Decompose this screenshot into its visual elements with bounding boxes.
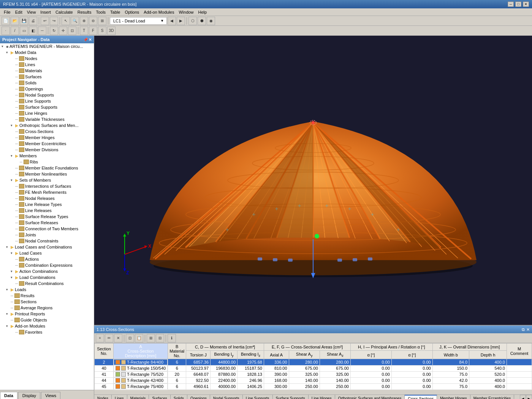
undo-btn[interactable]: ↩ xyxy=(41,17,49,25)
tree-item-line-release-types[interactable]: ─Line Release Types xyxy=(0,201,94,207)
maximize-btn[interactable]: □ xyxy=(515,2,521,7)
bottom-tab-solids[interactable]: Solids xyxy=(171,395,187,399)
bottom-tab-orthotropic-surfaces-and-membranes[interactable]: Orthotropic Surfaces and Membranes xyxy=(335,395,405,399)
panel-float-btn[interactable]: ⧉ xyxy=(522,327,525,332)
tree-item-member-eccentricities[interactable]: ─Member Eccentricities xyxy=(0,141,94,147)
tree-item-fe-mesh[interactable]: ─FE Mesh Refinements xyxy=(0,189,94,195)
panel-copy-btn[interactable]: ⊡ xyxy=(126,334,134,342)
tree-item-load-cases[interactable]: ▾▶Load Cases xyxy=(0,250,94,256)
tree-item-cross-sections[interactable]: ─Cross-Sections xyxy=(0,128,94,135)
tree-item-line-releases[interactable]: ─Line Releases xyxy=(0,207,94,214)
bottom-tab-cross-sections[interactable]: Cross-Sections xyxy=(405,395,437,399)
panel-close-btn[interactable]: ✕ xyxy=(526,327,530,332)
close-btn[interactable]: ✕ xyxy=(523,2,529,7)
zoom-out-btn[interactable]: ⊖ xyxy=(89,17,97,25)
expand-printout-reports[interactable]: ▾ xyxy=(6,312,11,316)
tree-item-actions[interactable]: ─Actions xyxy=(0,256,94,262)
tree-item-result-comb[interactable]: ─Result Combinations xyxy=(0,280,94,287)
tree-item-ribs[interactable]: ─Ribs xyxy=(0,159,94,165)
tree-item-addon-modules[interactable]: ▾▶Add-on Modules xyxy=(0,323,94,329)
expand-root[interactable]: ▾ xyxy=(2,44,6,48)
tree-item-sets-members[interactable]: ▾▶Sets of Members xyxy=(0,177,94,183)
menu-calculate[interactable]: Calculate xyxy=(53,9,75,15)
table-row[interactable]: 41T-Rectangle 75/520206648.0787880.00182… xyxy=(95,371,532,377)
bottom-tab-line-supports[interactable]: Line Supports xyxy=(243,395,273,399)
view-top-btn[interactable]: T xyxy=(80,27,88,35)
nav-tab-display[interactable]: Display xyxy=(18,392,40,399)
prev-lc-btn[interactable]: ◀ xyxy=(168,17,176,25)
minimize-btn[interactable]: ─ xyxy=(508,2,514,7)
menu-window[interactable]: Window xyxy=(176,9,196,15)
table-row[interactable]: 44T-Rectangle 42/4006922.5022400.00246.9… xyxy=(95,377,532,383)
bottom-tab-lines[interactable]: Lines xyxy=(112,395,127,399)
table-row[interactable]: 40T-Rectangle 150/540650123.97196830.001… xyxy=(95,365,532,371)
tree-item-load-cases-comb[interactable]: ▾▶Load Cases and Combinations xyxy=(0,244,94,250)
menu-options[interactable]: Options xyxy=(122,9,141,15)
rotate-btn[interactable]: ↻ xyxy=(50,27,58,35)
render-btn[interactable]: ⬡ xyxy=(188,17,197,25)
bottom-tab-nodes[interactable]: Nodes xyxy=(94,395,112,399)
tree-item-results[interactable]: ─Results xyxy=(0,293,94,299)
menu-edit[interactable]: Edit xyxy=(13,9,25,15)
expand-addon-modules[interactable]: ▾ xyxy=(6,324,11,328)
tree-item-surface-supports[interactable]: ─Surface Supports xyxy=(0,104,94,110)
tree-item-member-divisions[interactable]: ─Member Divisions xyxy=(0,147,94,153)
display-btn[interactable]: ◉ xyxy=(207,17,215,25)
new-btn[interactable]: 📄 xyxy=(2,17,10,25)
tree-item-combination-expr[interactable]: ─Combination Expressions xyxy=(0,262,94,268)
load-case-selector[interactable]: LC1 - Dead Load ▾ xyxy=(110,17,167,25)
expand-load-cases[interactable]: ▾ xyxy=(11,251,15,255)
menu-table[interactable]: Table xyxy=(108,9,122,15)
zoom-btn[interactable]: 🔍 xyxy=(71,17,79,25)
tree-item-action-comb[interactable]: ▾▶Action Combinations xyxy=(0,268,94,274)
panel-filter-btn[interactable]: ⊟ xyxy=(156,334,164,342)
move-btn[interactable]: ✛ xyxy=(59,27,67,35)
3d-viewport[interactable]: Y X Z xyxy=(94,36,532,325)
tree-item-orthotropic[interactable]: ▾▶Orthotropic Surfaces and Men... xyxy=(0,122,94,128)
menu-insert[interactable]: Insert xyxy=(38,9,53,15)
expand-load-cases-comb[interactable]: ▾ xyxy=(6,245,11,249)
copy-btn[interactable]: ⊡ xyxy=(68,27,76,35)
tree-item-favorites[interactable]: ─Favorites xyxy=(0,329,94,335)
table-container[interactable]: SectionNo. ACross-SectionDescription [mm… xyxy=(94,343,532,394)
tree-item-member-nonlin[interactable]: ─Member Nonlinearities xyxy=(0,171,94,177)
tree-item-members[interactable]: ▾▶Members xyxy=(0,153,94,159)
tree-item-line-hinges[interactable]: ─Line Hinges xyxy=(0,110,94,116)
open-btn[interactable]: 📂 xyxy=(11,17,19,25)
zoom-all-btn[interactable]: ⊞ xyxy=(98,17,106,25)
tree-item-model-data[interactable]: ▾▶Model Data xyxy=(0,49,94,55)
tree-item-solids[interactable]: ─Solids xyxy=(0,80,94,86)
node-btn[interactable]: · xyxy=(2,27,10,35)
tree-item-guide-objects[interactable]: ─Guide Objects xyxy=(0,317,94,323)
view-front-btn[interactable]: F xyxy=(89,27,97,35)
bottom-tab-nodal-supports[interactable]: Nodal Supports xyxy=(210,395,243,399)
nav-close-btn[interactable]: ✕ xyxy=(89,38,92,42)
expand-sets-members[interactable]: ▾ xyxy=(11,178,15,182)
tree-item-member-elastic[interactable]: ─Member Elastic Foundations xyxy=(0,165,94,171)
expand-members[interactable]: ▾ xyxy=(11,154,15,158)
solid-btn[interactable]: ◧ xyxy=(29,27,37,35)
nav-tab-data[interactable]: Data xyxy=(0,392,17,399)
wire-btn[interactable]: ⬢ xyxy=(198,17,206,25)
tree-item-variable-thicknesses[interactable]: ─Variable Thicknesses xyxy=(0,116,94,122)
tab-scroll-left[interactable]: ◄ xyxy=(520,395,526,399)
panel-edit-btn[interactable]: ✏ xyxy=(105,334,113,342)
bottom-tab-member-hinges[interactable]: Member Hinges xyxy=(437,395,470,399)
expand-orthotropic[interactable]: ▾ xyxy=(11,124,15,127)
tree-item-joints[interactable]: ─Joints xyxy=(0,232,94,238)
panel-info-btn[interactable]: ℹ xyxy=(168,334,176,342)
panel-excel-btn[interactable]: ⊞ xyxy=(147,334,155,342)
tree-item-nodal-releases[interactable]: ─Nodal Releases xyxy=(0,195,94,201)
line-btn[interactable]: / xyxy=(11,27,19,35)
bottom-tab-line-hinges[interactable]: Line Hinges xyxy=(309,395,335,399)
bottom-tab-openings[interactable]: Openings xyxy=(187,395,210,399)
redo-btn[interactable]: ↪ xyxy=(50,17,58,25)
expand-loads[interactable]: ▾ xyxy=(6,288,11,291)
next-lc-btn[interactable]: ▶ xyxy=(177,17,185,25)
panel-add-btn[interactable]: + xyxy=(96,334,104,342)
tree-item-surfaces[interactable]: ─Surfaces xyxy=(0,74,94,80)
zoom-in-btn[interactable]: ⊕ xyxy=(80,17,88,25)
table-row[interactable]: 45T-Rectangle 75/40064960.6140000.001406… xyxy=(95,383,532,390)
bottom-tab-surfaces[interactable]: Surfaces xyxy=(149,395,170,399)
tree-item-surface-release-types[interactable]: ─Surface Release Types xyxy=(0,214,94,220)
